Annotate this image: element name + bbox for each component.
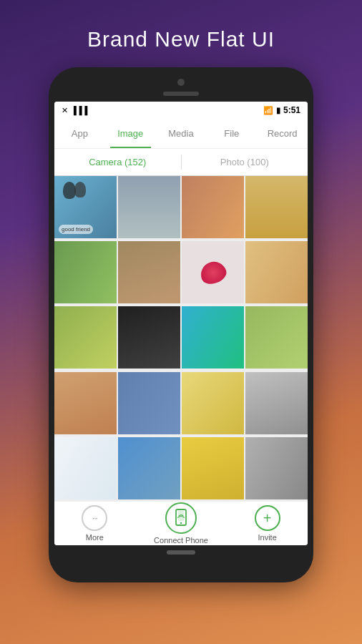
- more-button[interactable]: ··· More: [73, 505, 116, 542]
- connect-phone-icon: [165, 502, 197, 534]
- xposed-icon: ✕: [62, 106, 68, 115]
- list-item[interactable]: [118, 306, 180, 369]
- list-item[interactable]: [54, 306, 117, 369]
- connect-phone-button[interactable]: Connect Phone: [154, 502, 208, 545]
- list-item[interactable]: [118, 176, 180, 238]
- list-item[interactable]: [118, 437, 180, 499]
- invite-button[interactable]: + Invite: [246, 505, 289, 542]
- list-item[interactable]: [245, 306, 308, 369]
- list-item[interactable]: [182, 437, 244, 499]
- list-item[interactable]: [182, 241, 244, 303]
- tab-record[interactable]: Record: [257, 119, 308, 148]
- list-item[interactable]: [54, 372, 117, 434]
- status-right-icons: 📶 ▮ 5:51: [263, 105, 300, 115]
- list-item[interactable]: [245, 372, 308, 434]
- sub-tab-camera[interactable]: Camera (152): [54, 149, 181, 175]
- clock: 5:51: [283, 105, 300, 115]
- more-label: More: [86, 533, 104, 542]
- status-left-icons: ✕ ▐▐▐: [62, 106, 87, 115]
- invite-label: Invite: [258, 533, 276, 542]
- tab-image[interactable]: Image: [105, 119, 156, 148]
- list-item[interactable]: [118, 241, 180, 303]
- sub-tab-bar: Camera (152) Photo (100): [54, 149, 308, 176]
- more-icon: ···: [82, 505, 107, 531]
- signal-icon: ▐▐▐: [71, 106, 87, 114]
- list-item[interactable]: [182, 176, 244, 238]
- list-item[interactable]: [182, 306, 244, 369]
- tab-app[interactable]: App: [54, 119, 105, 148]
- phone-screen: ✕ ▐▐▐ 📶 ▮ 5:51 App Image Media File: [54, 102, 308, 545]
- home-button[interactable]: [167, 550, 195, 555]
- battery-icon: ▮: [276, 106, 280, 115]
- list-item[interactable]: [54, 437, 117, 499]
- svg-point-2: [180, 522, 182, 524]
- list-item[interactable]: [245, 437, 308, 499]
- wifi-icon: 📶: [263, 106, 273, 115]
- list-item[interactable]: [182, 372, 244, 434]
- sub-tab-photo[interactable]: Photo (100): [182, 149, 308, 175]
- connect-phone-label: Connect Phone: [154, 536, 208, 545]
- phone-top-bar: [53, 74, 309, 102]
- invite-icon: +: [255, 505, 280, 531]
- tab-bar: App Image Media File Record: [54, 119, 308, 149]
- page-title: Brand New Flat UI: [0, 0, 362, 67]
- phone-device: ✕ ▐▐▐ 📶 ▮ 5:51 App Image Media File: [49, 67, 313, 582]
- bottom-nav: ··· More Connect Phone +: [54, 501, 308, 545]
- list-item[interactable]: [245, 241, 308, 303]
- list-item[interactable]: good friend: [54, 176, 117, 238]
- phone-speaker: [163, 92, 199, 96]
- tab-media[interactable]: Media: [156, 119, 207, 148]
- image-grid: good friend: [54, 176, 308, 501]
- list-item[interactable]: [118, 372, 180, 434]
- list-item[interactable]: [245, 176, 308, 238]
- tab-file[interactable]: File: [206, 119, 257, 148]
- list-item[interactable]: [54, 241, 117, 303]
- status-bar: ✕ ▐▐▐ 📶 ▮ 5:51: [54, 102, 308, 119]
- phone-camera: [177, 79, 185, 86]
